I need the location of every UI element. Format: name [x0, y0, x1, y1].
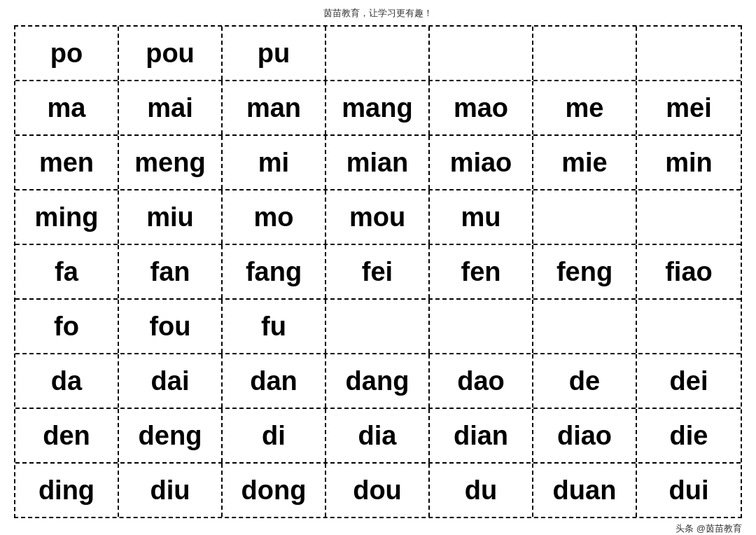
cell-text-6-1: dai — [151, 366, 190, 396]
cell-text-7-0: den — [43, 421, 90, 451]
grid-cell-8-1: diu — [119, 464, 223, 517]
cell-text-6-3: dang — [346, 366, 410, 396]
grid-cell-3-5 — [533, 190, 637, 244]
cell-text-3-4: mu — [461, 202, 501, 232]
cell-text-8-6: dui — [669, 475, 709, 506]
grid-cell-2-6: min — [637, 136, 741, 189]
cell-text-3-2: mo — [254, 202, 294, 232]
cell-text-8-5: duan — [553, 475, 617, 506]
grid-row-1: mamaimanmangmaomemei — [15, 81, 741, 136]
grid-cell-0-0: po — [15, 27, 119, 80]
grid-row-5: fofoufu — [15, 300, 741, 354]
cell-text-5-2: fu — [261, 312, 286, 342]
grid-row-0: popoupu — [15, 27, 741, 81]
grid-cell-7-4: dian — [430, 409, 533, 462]
grid-row-2: menmengmimianmiaomiemin — [15, 136, 741, 190]
grid-cell-2-1: meng — [119, 136, 223, 189]
grid-cell-5-2: fu — [223, 300, 326, 353]
grid-cell-6-4: dao — [430, 354, 533, 408]
grid-cell-0-1: pou — [119, 27, 223, 80]
grid-cell-0-6 — [637, 27, 741, 80]
cell-text-4-3: fei — [362, 257, 393, 287]
cell-text-0-0: po — [50, 39, 83, 69]
grid-cell-3-0: ming — [15, 190, 119, 244]
cell-text-8-1: diu — [150, 475, 190, 506]
cell-text-1-3: mang — [342, 93, 412, 123]
cell-text-1-2: man — [246, 93, 301, 123]
cell-text-4-2: fang — [246, 257, 302, 287]
cell-text-3-3: mou — [349, 202, 405, 232]
grid-row-4: fafanfangfeifenfengfiao — [15, 245, 741, 300]
grid-cell-8-6: dui — [637, 464, 741, 517]
grid-cell-4-3: fei — [326, 245, 430, 298]
cell-text-1-6: mei — [666, 93, 711, 123]
grid-cell-4-5: feng — [533, 245, 637, 298]
cell-text-2-6: min — [665, 148, 713, 178]
grid-row-7: dendengdidiadiandiaodie — [15, 409, 741, 464]
grid-cell-2-5: mie — [533, 136, 637, 189]
cell-text-8-2: dong — [241, 475, 307, 506]
cell-text-7-3: dia — [358, 421, 397, 451]
cell-text-6-5: de — [569, 366, 600, 396]
grid-cell-5-3 — [326, 300, 430, 353]
grid-cell-2-4: miao — [430, 136, 533, 189]
grid-cell-0-3 — [326, 27, 430, 80]
cell-text-6-0: da — [51, 366, 82, 396]
grid-cell-1-6: mei — [637, 81, 741, 134]
cell-text-2-0: men — [39, 148, 94, 178]
grid-cell-3-6 — [637, 190, 741, 244]
cell-text-4-5: feng — [556, 257, 612, 287]
cell-text-4-6: fiao — [665, 257, 713, 287]
cell-text-0-2: pu — [258, 39, 290, 69]
grid-cell-7-0: den — [15, 409, 119, 462]
pinyin-grid: popoupumamaimanmangmaomemeimenmengmimian… — [14, 25, 742, 518]
grid-cell-7-6: die — [637, 409, 741, 462]
grid-cell-6-2: dan — [223, 354, 326, 408]
grid-cell-4-4: fen — [430, 245, 533, 298]
grid-cell-7-1: deng — [119, 409, 223, 462]
cell-text-1-1: mai — [147, 93, 192, 123]
grid-cell-8-3: dou — [326, 464, 430, 517]
grid-cell-6-1: dai — [119, 354, 223, 408]
cell-text-3-1: miu — [146, 202, 194, 232]
cell-text-7-1: deng — [139, 421, 202, 451]
cell-text-7-5: diao — [557, 421, 612, 451]
grid-row-6: dadaidandangdaodedei — [15, 354, 741, 409]
grid-cell-0-4 — [430, 27, 533, 80]
grid-cell-8-5: duan — [533, 464, 637, 517]
grid-cell-6-0: da — [15, 354, 119, 408]
grid-cell-2-0: men — [15, 136, 119, 189]
grid-cell-5-1: fou — [119, 300, 223, 353]
grid-cell-0-2: pu — [223, 27, 326, 80]
grid-row-8: dingdiudongdoududuandui — [15, 464, 741, 517]
grid-cell-6-3: dang — [326, 354, 430, 408]
cell-text-5-1: fou — [149, 312, 190, 342]
cell-text-2-1: meng — [134, 148, 205, 178]
grid-cell-1-4: mao — [430, 81, 533, 134]
grid-cell-6-5: de — [533, 354, 637, 408]
grid-cell-8-2: dong — [223, 464, 326, 517]
cell-text-1-0: ma — [48, 93, 86, 123]
grid-cell-5-0: fo — [15, 300, 119, 353]
cell-text-7-2: di — [262, 421, 286, 451]
grid-cell-1-1: mai — [119, 81, 223, 134]
grid-row-3: mingmiumomoumu — [15, 190, 741, 245]
grid-cell-1-3: mang — [326, 81, 430, 134]
grid-cell-4-1: fan — [119, 245, 223, 298]
cell-text-4-4: fen — [461, 257, 501, 287]
grid-cell-0-5 — [533, 27, 637, 80]
grid-cell-3-1: miu — [119, 190, 223, 244]
grid-cell-1-2: man — [223, 81, 326, 134]
cell-text-7-4: dian — [454, 421, 508, 451]
cell-text-4-0: fa — [55, 257, 78, 287]
grid-cell-8-0: ding — [15, 464, 119, 517]
cell-text-0-1: pou — [146, 39, 195, 69]
grid-cell-3-2: mo — [223, 190, 326, 244]
grid-cell-7-5: diao — [533, 409, 637, 462]
grid-cell-8-4: du — [430, 464, 533, 517]
grid-cell-7-3: dia — [326, 409, 430, 462]
cell-text-1-5: me — [566, 93, 604, 123]
footer-text: 头条 @茵苗教育 — [676, 522, 742, 535]
grid-cell-6-6: dei — [637, 354, 741, 408]
cell-text-3-0: ming — [35, 202, 99, 232]
